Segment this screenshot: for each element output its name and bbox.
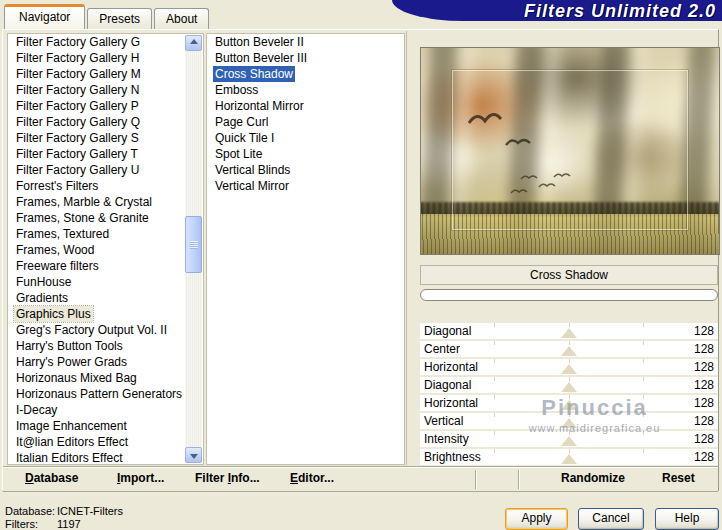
list-item[interactable]: Horizontal Mirror [207, 98, 404, 114]
slider-label: Vertical [424, 413, 463, 429]
scroll-down-icon [190, 454, 198, 459]
randomize-button[interactable]: Randomize [561, 471, 625, 485]
selected-filter-caption: Cross Shadow [420, 265, 718, 285]
list-item[interactable]: Button Beveler II [207, 34, 404, 50]
toolbar-divider [475, 470, 477, 489]
list-item[interactable]: Vertical Blinds [207, 162, 404, 178]
slider-value: 128 [694, 341, 714, 357]
list-item[interactable]: Filter Factory Gallery U [8, 162, 203, 178]
filter-list: Button Beveler II Button Beveler III Cro… [206, 33, 405, 465]
slider-row: Brightness 128 [420, 449, 718, 465]
slider-thumb[interactable] [561, 346, 577, 356]
list-item[interactable]: Filter Factory Gallery P [8, 98, 203, 114]
slider-label: Diagonal [424, 323, 471, 339]
bottom-toolbar: Database Import... Filter Info... Editor… [3, 467, 718, 492]
import-button[interactable]: Import... [117, 471, 164, 485]
list-item[interactable]: It@lian Editors Effect [8, 434, 203, 450]
slider-thumb[interactable] [561, 364, 577, 374]
list-item[interactable]: Filter Factory Gallery N [8, 82, 203, 98]
list-item[interactable]: Filter Factory Gallery Q [8, 114, 203, 130]
list-item[interactable]: I-Decay [8, 402, 203, 418]
list-item[interactable]: Filter Factory Gallery H [8, 50, 203, 66]
slider-thumb[interactable] [561, 328, 577, 338]
slider-value: 128 [694, 359, 714, 375]
slider-value: 128 [694, 395, 714, 411]
tab-navigator[interactable]: Navigator [4, 4, 85, 30]
category-scrollbar[interactable] [185, 35, 202, 463]
list-item[interactable]: Frames, Marble & Crystal [8, 194, 203, 210]
slider-thumb[interactable] [561, 454, 577, 464]
list-item[interactable]: Frames, Wood [8, 242, 203, 258]
scrollbar-grip-icon [190, 241, 198, 249]
slider-row: Diagonal 128 [420, 377, 718, 393]
preview-panel: Cross Shadow Diagonal 128 Center 128 Hor… [406, 31, 720, 465]
slider-value: 128 [694, 377, 714, 393]
apply-button[interactable]: Apply [505, 508, 568, 530]
list-item[interactable]: Harry's Button Tools [8, 338, 203, 354]
list-item[interactable]: Emboss [207, 82, 404, 98]
list-item[interactable]: Horizonaus Mixed Bag [8, 370, 203, 386]
list-item[interactable]: Filter Factory Gallery S [8, 130, 203, 146]
list-item[interactable]: Filter Factory Gallery T [8, 146, 203, 162]
list-item[interactable]: FunHouse [8, 274, 203, 290]
list-item-selected[interactable]: Graphics Plus [8, 306, 203, 322]
list-item[interactable]: Horizonaus Pattern Generators [8, 386, 203, 402]
list-item[interactable]: Button Beveler III [207, 50, 404, 66]
slider-value: 128 [694, 323, 714, 339]
tab-presets[interactable]: Presets [87, 8, 152, 30]
database-button[interactable]: Database [25, 471, 78, 485]
scroll-down-button[interactable] [185, 447, 202, 463]
slider-value: 128 [694, 431, 714, 447]
list-item[interactable]: Frames, Stone & Granite [8, 210, 203, 226]
list-item[interactable]: Quick Tile I [207, 130, 404, 146]
progress-bar [420, 289, 718, 301]
cancel-button[interactable]: Cancel [578, 508, 644, 530]
slider-label: Center [424, 341, 460, 357]
window-title: Filters Unlimited 2.0 [524, 1, 716, 22]
list-item[interactable]: Freeware filters [8, 258, 203, 274]
list-item[interactable]: Italian Editors Effect [8, 450, 203, 465]
list-item[interactable]: Frames, Textured [8, 226, 203, 242]
slider-thumb[interactable] [561, 418, 577, 428]
parameter-sliders: Diagonal 128 Center 128 Horizontal 128 D… [420, 323, 718, 467]
slider-row: Diagonal 128 [420, 323, 718, 339]
birds-icon [451, 93, 611, 203]
help-button[interactable]: Help [655, 508, 719, 530]
slider-label: Brightness [424, 449, 481, 465]
slider-thumb[interactable] [561, 382, 577, 392]
status-area: Database: ICNET-Filters Filters: 1197 [5, 505, 123, 530]
list-item[interactable]: Spot Lite [207, 146, 404, 162]
list-item[interactable]: Filter Factory Gallery M [8, 66, 203, 82]
slider-label: Intensity [424, 431, 469, 447]
editor-button[interactable]: Editor... [290, 471, 334, 485]
slider-value: 128 [694, 413, 714, 429]
slider-thumb[interactable] [561, 436, 577, 446]
slider-label: Horizontal [424, 395, 478, 411]
list-item[interactable]: Image Enhancement [8, 418, 203, 434]
scroll-up-icon [190, 39, 198, 44]
list-item-selected[interactable]: Cross Shadow [207, 66, 404, 82]
slider-row: Intensity 128 [420, 431, 718, 447]
scrollbar-thumb[interactable] [185, 216, 202, 273]
filters-count-value: 1197 [57, 518, 81, 530]
database-status-label: Database: [5, 505, 57, 518]
list-item[interactable]: Page Curl [207, 114, 404, 130]
filter-preview-image [420, 47, 720, 255]
list-item[interactable]: Greg's Factory Output Vol. II [8, 322, 203, 338]
list-item[interactable]: Forrest's Filters [8, 178, 203, 194]
database-status-value: ICNET-Filters [57, 505, 123, 518]
slider-row: Vertical 128 [420, 413, 718, 429]
slider-label: Horizontal [424, 359, 478, 375]
slider-thumb[interactable] [561, 400, 577, 410]
list-item[interactable]: Vertical Mirror [207, 178, 404, 194]
list-item[interactable]: Filter Factory Gallery G [8, 34, 203, 50]
slider-value: 128 [694, 449, 714, 465]
list-item[interactable]: Harry's Power Grads [8, 354, 203, 370]
reset-button[interactable]: Reset [662, 471, 695, 485]
filters-count-label: Filters: [5, 518, 57, 530]
tab-about[interactable]: About [154, 8, 209, 30]
tab-bar: Navigator Presets About [4, 4, 209, 30]
list-item[interactable]: Gradients [8, 290, 203, 306]
scroll-up-button[interactable] [185, 35, 202, 51]
filter-info-button[interactable]: Filter Info... [195, 471, 260, 485]
